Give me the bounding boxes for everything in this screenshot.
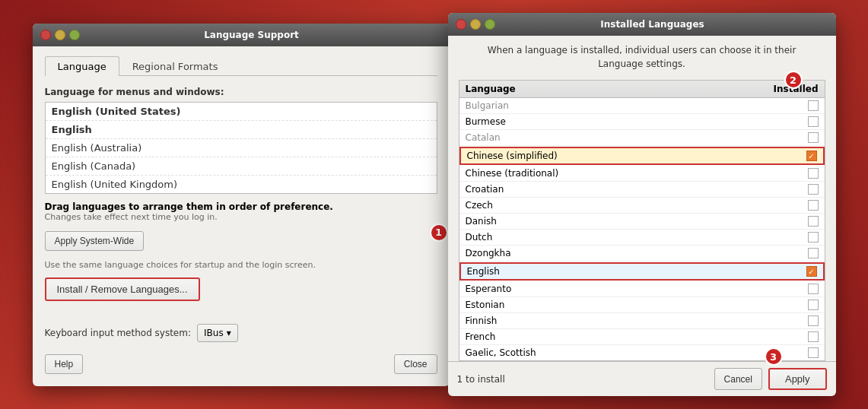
startup-hint: Use the same language choices for startu… [45, 260, 437, 270]
apply-button[interactable]: Apply [768, 368, 827, 390]
table-row: Burmese [459, 114, 825, 130]
drag-hint: Drag languages to arrange them in order … [45, 201, 437, 222]
lang-name: Croatian [466, 184, 504, 195]
maximize-btn-left[interactable] [69, 30, 80, 40]
window-controls-right [456, 19, 495, 30]
table-row-highlighted-blue: English [459, 262, 825, 281]
drag-hint-sub: Changes take effect next time you log in… [45, 212, 437, 222]
drag-hint-strong: Drag languages to arrange them in order … [45, 201, 333, 212]
annotation-1: 1 [430, 224, 448, 242]
table-header: Language Installed [459, 81, 825, 98]
keyboard-label: Keyboard input method system: [45, 328, 192, 338]
bottom-actions: Cancel Apply [714, 368, 827, 390]
lang-checkbox[interactable] [808, 248, 819, 258]
apply-system-container: Apply System-Wide 1 [45, 231, 437, 254]
language-table: Language Installed Bulgarian Burmese Cat… [459, 80, 825, 361]
table-row: Estonian [459, 297, 825, 313]
lang-checkbox[interactable] [808, 184, 819, 195]
table-row: Esperanto [459, 281, 825, 297]
table-row: Dutch [459, 230, 825, 246]
status-text: 1 to install [457, 374, 505, 385]
help-button[interactable]: Help [45, 354, 84, 374]
keyboard-value: IBus [204, 328, 224, 338]
lang-name: Esperanto [466, 284, 512, 294]
language-support-window: Language Support Language Regional Forma… [33, 24, 450, 386]
close-btn-left[interactable] [40, 30, 51, 40]
install-remove-button[interactable]: Install / Remove Languages... [45, 277, 200, 301]
lang-checkbox[interactable] [808, 300, 819, 310]
left-window-content: Language Regional Formats Language for m… [33, 46, 450, 386]
lang-name: Chinese (traditional) [466, 168, 559, 179]
list-item: English (Australia) [46, 139, 437, 157]
lang-name: Finnish [466, 315, 498, 326]
table-row: Chinese (traditional) [459, 166, 825, 182]
close-button[interactable]: Close [394, 354, 437, 374]
cancel-button[interactable]: Cancel [714, 368, 762, 390]
minimize-btn-right[interactable] [470, 19, 481, 30]
lang-checkbox-checked[interactable] [806, 151, 817, 161]
lang-name: Dutch [466, 232, 493, 243]
list-item: English [46, 121, 437, 139]
table-row: Bulgarian [459, 98, 825, 114]
apply-system-wide-button[interactable]: Apply System-Wide [45, 231, 145, 251]
list-item: English (United Kingdom) [46, 176, 437, 193]
lang-checkbox[interactable] [808, 200, 819, 211]
tab-regional-formats[interactable]: Regional Formats [119, 56, 231, 76]
table-row: French [459, 329, 825, 345]
lang-checkbox[interactable] [808, 168, 819, 179]
chevron-down-icon: ▾ [227, 328, 231, 338]
table-row: Finnish [459, 313, 825, 329]
close-btn-right[interactable] [456, 19, 466, 30]
lang-checkbox[interactable] [808, 232, 819, 243]
language-list: English (United States) English English … [45, 102, 437, 194]
titlebar-right: Installed Languages [448, 13, 836, 36]
table-row: Czech [459, 198, 825, 214]
table-row: Catalan [459, 130, 825, 146]
tabs: Language Regional Formats [45, 55, 437, 76]
lang-checkbox[interactable] [808, 315, 819, 326]
right-window-title: Installed Languages [500, 19, 806, 30]
lang-name: French [466, 331, 496, 342]
lang-name: Bulgarian [466, 100, 509, 111]
maximize-btn-right[interactable] [485, 19, 495, 30]
minimize-btn-left[interactable] [55, 30, 65, 40]
lang-checkbox-checked[interactable] [806, 266, 817, 277]
titlebar-left: Language Support [33, 24, 450, 46]
keyboard-select[interactable]: IBus ▾ [197, 324, 238, 342]
install-remove-container: Install / Remove Languages... [45, 277, 437, 313]
lang-name: Danish [466, 216, 497, 227]
table-row-highlighted: Chinese (simplified) [459, 147, 825, 165]
window-controls-left [40, 30, 80, 40]
info-text-content: When a language is installed, individual… [488, 45, 796, 69]
list-item: English (United States) [46, 103, 437, 121]
lang-name: Chinese (simplified) [467, 151, 558, 161]
lang-checkbox[interactable] [808, 347, 819, 358]
lang-checkbox[interactable] [808, 116, 819, 127]
lang-checkbox[interactable] [808, 100, 819, 111]
lang-checkbox[interactable] [808, 284, 819, 294]
lang-checkbox[interactable] [808, 132, 819, 143]
lang-name: Dzongkha [466, 248, 511, 258]
language-table-container: 2 Language Installed Bulgarian Burmese C… [459, 80, 825, 361]
lang-name: Gaelic, Scottish [466, 347, 536, 358]
list-item: English (Canada) [46, 157, 437, 176]
col-language: Language [466, 84, 516, 94]
bottom-buttons-left: Help Close [45, 354, 437, 374]
installed-languages-window: Installed Languages When a language is i… [448, 13, 836, 396]
tab-language[interactable]: Language [45, 56, 119, 76]
lang-name: Catalan [466, 132, 501, 143]
keyboard-row: Keyboard input method system: IBus ▾ [45, 324, 437, 342]
lang-checkbox[interactable] [808, 331, 819, 342]
lang-name: Burmese [466, 116, 506, 127]
table-row: Dzongkha [459, 246, 825, 262]
lang-section-label: Language for menus and windows: [45, 87, 437, 97]
lang-name: English [467, 266, 500, 277]
table-row: Danish [459, 214, 825, 230]
annotation-3: 3 [765, 347, 783, 366]
annotation-2: 2 [784, 71, 803, 89]
lang-checkbox[interactable] [808, 216, 819, 227]
left-window-title: Language Support [84, 30, 419, 40]
lang-name: Estonian [466, 300, 505, 310]
lang-name: Czech [466, 200, 493, 211]
right-window-content: When a language is installed, individual… [448, 36, 836, 361]
